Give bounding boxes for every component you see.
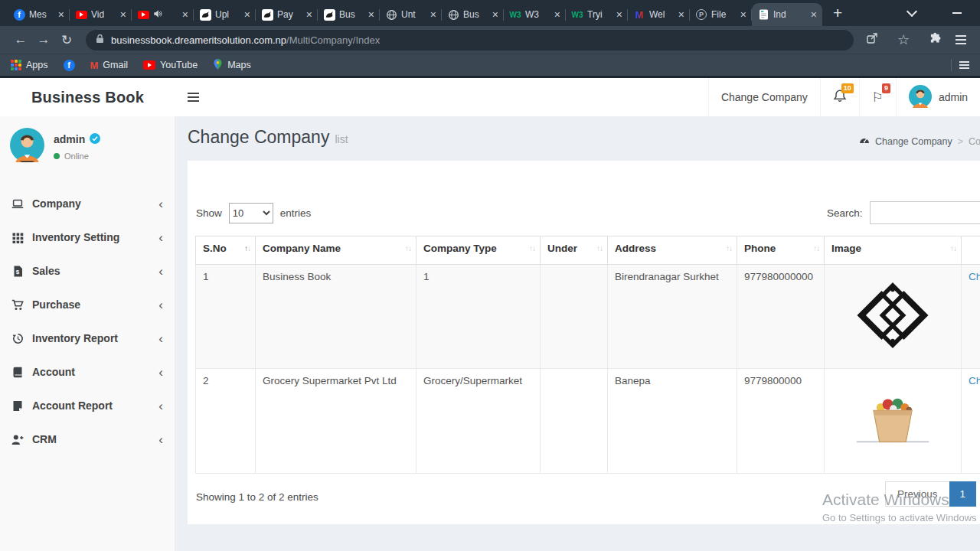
- chevron-left-icon: ‹: [158, 298, 163, 311]
- bookmark-facebook[interactable]: f: [64, 60, 75, 71]
- browser-chrome: f Mes × Vid × × Upl × Pay × Bus: [0, 0, 980, 78]
- app-header: Business Book Change Company 10 ⚐ 9 admi…: [0, 78, 980, 116]
- back-button[interactable]: ←: [9, 32, 32, 47]
- user-menu[interactable]: admin: [896, 78, 980, 116]
- tab-close-icon[interactable]: ×: [811, 9, 817, 20]
- forward-button[interactable]: →: [32, 32, 55, 47]
- tab-close-icon[interactable]: ×: [182, 9, 188, 20]
- pagination: Previous 1: [885, 481, 976, 507]
- browser-tab[interactable]: M Wel ×: [628, 3, 690, 26]
- browser-tab[interactable]: Unt ×: [380, 3, 442, 26]
- tab-close-icon[interactable]: ×: [616, 9, 622, 20]
- tab-close-icon[interactable]: ×: [554, 9, 560, 20]
- cell-under: [541, 265, 608, 369]
- tab-close-icon[interactable]: ×: [244, 9, 250, 20]
- tab-close-icon[interactable]: ×: [492, 9, 498, 20]
- page-1-button[interactable]: 1: [949, 481, 977, 507]
- bookmark-maps[interactable]: Maps: [213, 58, 251, 73]
- column-header-company-type[interactable]: Company Type↑↓: [416, 236, 541, 265]
- sort-icon: ↑↓: [529, 244, 535, 253]
- reload-button[interactable]: ↻: [55, 32, 78, 48]
- sidebar-toggle-icon[interactable]: [175, 78, 211, 116]
- sidebar-item-crm[interactable]: CRM ‹: [0, 422, 175, 456]
- column-header-address[interactable]: Address↑↓: [608, 236, 737, 265]
- cell-sno: 1: [196, 265, 256, 369]
- tab-close-icon[interactable]: ×: [120, 9, 126, 20]
- sidebar-item-account-report[interactable]: Account Report ‹: [0, 389, 175, 422]
- browser-tab[interactable]: f Mes ×: [8, 3, 70, 26]
- flag-badge: 9: [882, 83, 890, 93]
- sidebar-item-inventory-report[interactable]: Inventory Report ‹: [0, 321, 175, 355]
- user-plus-icon: [11, 434, 24, 445]
- column-header-phone[interactable]: Phone↑↓: [737, 236, 825, 265]
- invoice-icon: $: [11, 266, 24, 277]
- column-header-action[interactable]: [962, 236, 980, 265]
- app-logo[interactable]: Business Book: [0, 78, 175, 116]
- bookmark-star-icon[interactable]: ☆: [892, 31, 915, 48]
- sidebar: admin Online Company ‹ Inventory Setting…: [0, 116, 175, 551]
- browser-tab[interactable]: Pay ×: [256, 3, 318, 26]
- online-dot-icon: [54, 153, 60, 159]
- breadcrumb-item[interactable]: Change Company: [875, 136, 952, 147]
- sidebar-item-company[interactable]: Company ‹: [0, 187, 175, 220]
- tab-close-icon[interactable]: ×: [430, 9, 436, 20]
- column-header-image[interactable]: Image↑↓: [825, 236, 962, 265]
- address-bar[interactable]: businessbook.dreameritsolution.com.np/Mu…: [86, 30, 854, 51]
- browser-tab-active[interactable]: Ind ×: [752, 3, 822, 26]
- share-icon[interactable]: [866, 32, 878, 47]
- tab-close-icon[interactable]: ×: [740, 9, 746, 20]
- chevron-left-icon: ‹: [158, 332, 163, 345]
- sidebar-item-inventory-setting[interactable]: Inventory Setting ‹: [0, 220, 175, 254]
- search-input[interactable]: [870, 201, 980, 224]
- tab-close-icon[interactable]: ×: [306, 9, 312, 20]
- window-chevron-icon[interactable]: [906, 6, 917, 17]
- sidebar-item-sales[interactable]: $ Sales ‹: [0, 254, 175, 288]
- browser-tab[interactable]: Bus ×: [442, 3, 504, 26]
- change-link[interactable]: Change: [969, 271, 980, 282]
- chevron-left-icon: ‹: [158, 197, 163, 210]
- grid-icon: [11, 232, 24, 243]
- new-tab-button[interactable]: +: [833, 2, 842, 24]
- browser-tab[interactable]: Vid ×: [70, 3, 132, 26]
- tab-title: Wel: [649, 9, 675, 20]
- tab-title: Bus: [339, 9, 364, 20]
- flags-button[interactable]: ⚐ 9: [859, 78, 896, 116]
- bookmark-apps[interactable]: Apps: [11, 60, 48, 70]
- youtube-icon: [137, 8, 149, 21]
- tab-close-icon[interactable]: ×: [368, 9, 374, 20]
- bookmark-youtube[interactable]: YouTube: [143, 60, 198, 70]
- tab-title: Upl: [215, 9, 240, 20]
- browser-tab[interactable]: Bus ×: [318, 3, 380, 26]
- change-company-link[interactable]: Change Company: [708, 78, 820, 116]
- reading-list-icon[interactable]: [959, 60, 969, 71]
- bookmark-gmail[interactable]: MGmail: [90, 60, 129, 71]
- tab-title: W3: [525, 9, 550, 20]
- page-length-select[interactable]: 10: [229, 203, 273, 223]
- browser-tab[interactable]: W3 Tryi ×: [566, 3, 628, 26]
- browser-tab[interactable]: W3 W3 ×: [504, 3, 566, 26]
- youtube-icon: [143, 60, 155, 70]
- column-header-company-name[interactable]: Company Name↑↓: [256, 236, 416, 265]
- window-minimize-icon[interactable]: [952, 12, 962, 14]
- notifications-button[interactable]: 10: [820, 78, 859, 116]
- sidebar-item-account[interactable]: Account ‹: [0, 355, 175, 389]
- tab-close-icon[interactable]: ×: [678, 9, 684, 20]
- cell-phone: 9779800000: [737, 369, 825, 474]
- extensions-icon[interactable]: [929, 32, 942, 48]
- avatar: [909, 85, 932, 110]
- sidebar-item-purchase[interactable]: Purchase ‹: [0, 288, 175, 321]
- browser-menu-icon[interactable]: [956, 33, 966, 47]
- browser-tab[interactable]: ×: [132, 3, 194, 26]
- browser-tab[interactable]: P File ×: [690, 3, 752, 26]
- youtube-icon: [75, 8, 87, 21]
- browser-tab[interactable]: Upl ×: [194, 3, 256, 26]
- tab-close-icon[interactable]: ×: [58, 9, 64, 20]
- chevron-left-icon: ‹: [158, 399, 163, 412]
- column-header-sno[interactable]: S.No↑↓: [196, 236, 256, 265]
- previous-page-button[interactable]: Previous: [885, 481, 950, 507]
- companies-table: S.No↑↓ Company Name↑↓ Company Type↑↓ Und…: [195, 236, 980, 474]
- page-subtitle: list: [335, 133, 348, 145]
- column-header-under[interactable]: Under↑↓: [541, 236, 608, 265]
- page-title: Change Companylist: [188, 127, 348, 148]
- change-link[interactable]: Change: [969, 375, 980, 386]
